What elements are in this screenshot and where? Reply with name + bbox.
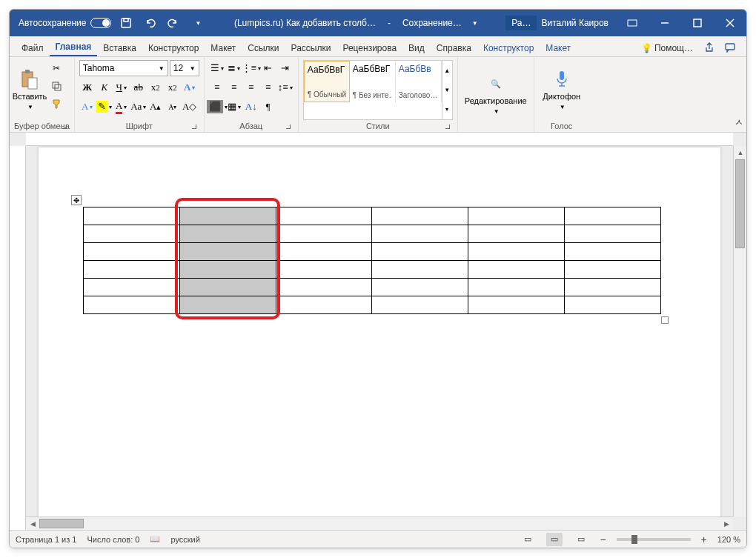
styles-gallery[interactable]: АаБбВвГ ¶ Обычный АаБбВвГ ¶ Без инте… Аа… [303,60,453,120]
shading-button[interactable]: ⬛▾ [209,99,225,115]
sort-button[interactable]: A↓ [243,99,259,115]
font-name-combo[interactable]: Tahoma▼ [79,60,168,76]
tab-home[interactable]: Главная [50,38,98,56]
subscript-button[interactable]: x2 [147,79,164,96]
horizontal-scrollbar[interactable]: ◀ ▶ [26,517,733,530]
font-dialog-launcher[interactable] [189,122,198,130]
font-color-button[interactable]: A▾ [113,99,130,115]
bold-button[interactable]: Ж [79,79,96,96]
cut-button[interactable]: ✂ [48,60,64,76]
text-effects-button[interactable]: A▾ [182,79,198,96]
change-case-button[interactable]: Aa▾ [130,99,147,115]
app-badge[interactable]: Ра… [505,16,537,30]
style-no-spacing[interactable]: АаБбВвГ ¶ Без инте… [350,61,396,102]
tab-review[interactable]: Рецензирова [336,39,402,56]
redo-button[interactable] [165,14,182,32]
comments-button[interactable] [720,39,740,56]
decrease-indent-button[interactable]: ⇤ [260,60,276,76]
format-painter-button[interactable] [48,96,64,112]
web-layout-button[interactable]: ▭ [573,533,589,546]
bullets-button[interactable]: ☰▾ [209,60,225,76]
borders-button[interactable]: ▦▾ [226,99,242,115]
tab-view[interactable]: Вид [402,39,431,56]
collapse-ribbon-button[interactable]: ㅅ [735,116,743,129]
ribbon-tabs: Файл Главная Вставка Конструктор Макет С… [10,36,746,57]
superscript-button[interactable]: x2 [165,79,181,96]
underline-button[interactable]: Ч▾ [113,79,130,96]
status-bar: Страница 1 из 1 Число слов: 0 📖 русский … [10,530,746,548]
tab-mailings[interactable]: Рассылки [285,39,337,56]
styles-more-button[interactable]: ▲▼▾ [442,61,452,119]
char-shading-button[interactable]: A▾ [79,99,96,115]
styles-dialog-launcher[interactable] [442,122,451,130]
table-row [84,261,661,279]
document-page[interactable]: ✥ [39,147,720,517]
language-status[interactable]: русский [170,535,199,544]
horizontal-ruler[interactable] [26,133,733,146]
share-button[interactable] [699,39,720,56]
clear-formatting-button[interactable]: A◇ [182,99,198,115]
multilevel-button[interactable]: ⋮≡▾ [243,60,259,76]
qat-more-button[interactable]: ▼ [188,14,206,32]
voice-group-label: Голос [551,122,572,130]
show-marks-button[interactable]: ¶ [260,99,276,115]
table-row [84,279,661,296]
svg-rect-1 [124,19,128,21]
tab-file[interactable]: Файл [16,39,50,56]
maximize-button[interactable] [681,10,714,36]
spell-check-icon[interactable]: 📖 [150,534,160,544]
strikethrough-button[interactable]: ab [130,79,147,96]
save-button[interactable] [117,14,135,32]
svg-rect-4 [694,19,701,27]
zoom-level[interactable]: 120 % [717,535,740,544]
vertical-ruler[interactable] [10,146,26,530]
table-resize-handle[interactable] [661,316,669,324]
tab-table-layout[interactable]: Макет [540,39,577,56]
print-layout-button[interactable]: ▭ [546,533,563,546]
copy-button[interactable] [48,78,64,94]
font-size-combo[interactable]: 12▼ [170,60,199,76]
minimize-button[interactable] [649,10,681,36]
justify-button[interactable]: ≡ [260,79,276,96]
tab-help[interactable]: Справка [431,39,477,56]
ribbon-display-button[interactable] [616,10,649,36]
zoom-out-button[interactable]: − [600,534,606,545]
save-status: Сохранение… [402,18,462,28]
grow-font-button[interactable]: A▴ [147,99,164,115]
align-left-button[interactable]: ≡ [209,79,225,96]
autosave-toggle[interactable]: Автосохранение [19,18,111,28]
paragraph-dialog-launcher[interactable] [283,122,292,130]
line-spacing-button[interactable]: ↕≡▾ [277,79,294,96]
focus-view-button[interactable]: ▭ [520,533,536,546]
align-center-button[interactable]: ≡ [226,79,242,96]
style-heading1[interactable]: АаБбВв Заголово… [396,61,442,102]
page-viewport[interactable]: ✥ [26,146,733,517]
numbering-button[interactable]: ≣▾ [226,60,242,76]
vertical-scrollbar[interactable]: ▲ ▼ [733,146,746,517]
dictate-button[interactable]: Диктофон ▼ [539,60,585,120]
user-name[interactable]: Виталий Каиров [541,18,616,28]
tell-me[interactable]: 💡 Помощ… [635,39,699,56]
highlight-button[interactable]: ✎▾ [96,99,113,115]
table-move-handle[interactable]: ✥ [71,195,82,205]
tab-design[interactable]: Конструктор [142,39,205,56]
zoom-slider[interactable] [617,538,691,541]
zoom-in-button[interactable]: + [701,534,707,545]
increase-indent-button[interactable]: ⇥ [277,60,294,76]
word-count[interactable]: Число слов: 0 [87,535,139,544]
editing-button[interactable]: 🔍 Редактирование ▼ [462,60,529,129]
tab-table-design[interactable]: Конструктор [477,39,540,56]
tab-insert[interactable]: Вставка [97,39,142,56]
align-right-button[interactable]: ≡ [243,79,259,96]
shrink-font-button[interactable]: A▾ [165,99,181,115]
page-status[interactable]: Страница 1 из 1 [16,535,76,544]
tab-references[interactable]: Ссылки [242,39,285,56]
paste-button[interactable]: Вставить ▼ [14,60,45,120]
document-table[interactable] [83,207,661,314]
italic-button[interactable]: К [96,79,113,96]
clipboard-dialog-launcher[interactable] [59,122,68,130]
close-button[interactable] [714,10,746,36]
tab-layout[interactable]: Макет [205,39,242,56]
style-normal[interactable]: АаБбВвГ ¶ Обычный [304,61,350,102]
undo-button[interactable] [141,14,159,32]
